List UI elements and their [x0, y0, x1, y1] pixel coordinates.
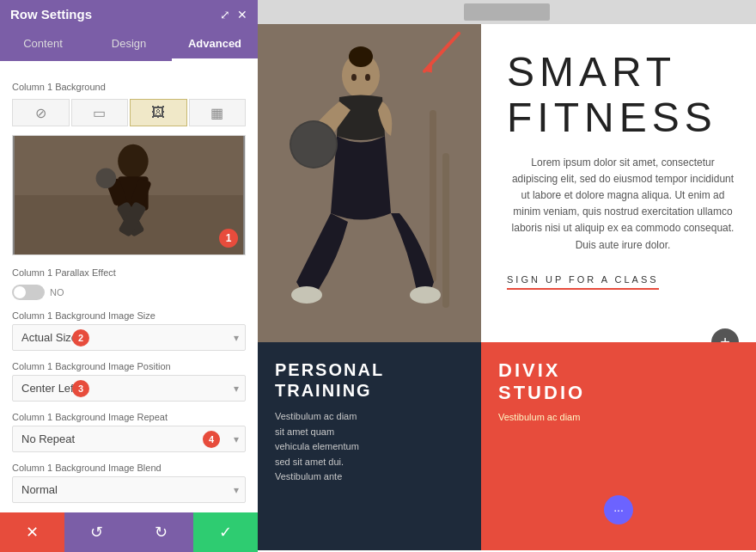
tabs-row: Content Design Advanced [0, 28, 258, 61]
chat-icon: ··· [613, 503, 624, 517]
parallax-track[interactable] [12, 285, 45, 300]
size-field-group: Column 1 Background Image Size Actual Si… [12, 310, 246, 351]
top-section: SMARTFITNESS Lorem ipsum dolor sit amet,… [258, 24, 756, 342]
bg-type-color[interactable]: ▭ [71, 99, 129, 126]
tab-design[interactable]: Design [86, 28, 172, 61]
expand-icon[interactable]: ⤢ [220, 8, 230, 21]
panel-title: Row Settings [10, 7, 92, 21]
panel-header-icons: ⤢ ✕ [220, 8, 247, 21]
repeat-select-wrapper: No Repeat Repeat Repeat X Repeat Y 4 ▾ [12, 426, 246, 452]
undo-button[interactable]: ↺ [64, 512, 129, 552]
size-select-wrapper: Actual Size Cover Contain 2 ▾ [12, 324, 246, 351]
fitness-image-col [258, 24, 481, 342]
redo-icon: ↻ [155, 523, 168, 542]
sign-up-text: SIGN UP FOR A CLASS [507, 274, 659, 290]
smart-fitness-title: SMARTFITNESS [507, 50, 717, 141]
size-label: Column 1 Background Image Size [12, 310, 246, 321]
left-panel: Row Settings ⤢ ✕ Content Design Advanced… [0, 0, 258, 552]
size-select[interactable]: Actual Size Cover Contain [12, 324, 246, 351]
undo-icon: ↺ [90, 523, 103, 542]
top-bar [258, 0, 756, 24]
right-content: SMARTFITNESS Lorem ipsum dolor sit amet,… [258, 24, 756, 550]
parallax-section: Column 1 Parallax Effect NO [12, 267, 246, 300]
divix-col: DIVIXSTUDIO Vestibulum ac diam ··· [481, 342, 756, 550]
save-icon: ✓ [219, 523, 232, 542]
smart-fitness-body: Lorem ipsum dolor sit amet, consectetur … [507, 155, 739, 254]
badge-3: 3 [72, 380, 89, 397]
redo-button[interactable]: ↻ [129, 512, 193, 552]
divix-body: Vestibulum ac diam [498, 412, 739, 422]
bg-type-image[interactable]: 🖼 [130, 99, 187, 126]
personal-training-title: PERSONALTRAINING [275, 359, 464, 401]
svg-line-24 [418, 34, 466, 71]
parallax-toggle[interactable]: NO [12, 285, 246, 300]
smart-fitness-col: SMARTFITNESS Lorem ipsum dolor sit amet,… [481, 24, 756, 342]
panel-content: Column 1 Background ⊘ ▭ 🖼 ▦ [0, 61, 258, 512]
blend-select-wrapper: Normal Multiply Screen Overlay Darken Li… [12, 476, 246, 503]
parallax-label: Column 1 Parallax Effect [12, 267, 246, 278]
cancel-button[interactable]: ✕ [0, 512, 64, 552]
panel-toolbar: ✕ ↺ ↻ ✓ [0, 512, 258, 552]
parallax-toggle-label: NO [50, 287, 64, 297]
save-button[interactable]: ✓ [193, 512, 258, 552]
position-select[interactable]: Center Left Center Right Top Left Top Ce… [12, 375, 246, 402]
position-field-group: Column 1 Background Image Position Cente… [12, 361, 246, 402]
panel-header: Row Settings ⤢ ✕ [0, 0, 258, 28]
svg-rect-9 [15, 136, 243, 255]
column-background-label: Column 1 Background [12, 82, 246, 92]
personal-training-col: PERSONALTRAINING Vestibulum ac diamsit a… [258, 342, 481, 550]
badge-4: 4 [203, 431, 220, 448]
chat-bubble[interactable]: ··· [604, 495, 633, 524]
close-icon[interactable]: ✕ [237, 8, 247, 21]
repeat-label: Column 1 Background Image Repeat [12, 412, 246, 422]
badge-1: 1 [219, 229, 238, 248]
cancel-icon: ✕ [26, 523, 39, 542]
personal-training-body: Vestibulum ac diamsit amet quamvehicula … [275, 409, 464, 485]
position-label: Column 1 Background Image Position [12, 361, 246, 371]
top-bar-image [464, 3, 550, 21]
bg-type-gradient[interactable]: ▦ [189, 99, 247, 126]
tab-content[interactable]: Content [0, 28, 86, 61]
image-preview[interactable]: 1 [12, 135, 246, 255]
blend-field-group: Column 1 Background Image Blend Normal M… [12, 463, 246, 503]
blend-select[interactable]: Normal Multiply Screen Overlay Darken Li… [12, 476, 246, 503]
bottom-section: PERSONALTRAINING Vestibulum ac diamsit a… [258, 342, 756, 550]
repeat-field-group: Column 1 Background Image Repeat No Repe… [12, 412, 246, 452]
right-panel: SMARTFITNESS Lorem ipsum dolor sit amet,… [258, 0, 756, 552]
tab-advanced[interactable]: Advanced [172, 28, 258, 61]
position-select-wrapper: Center Left Center Right Top Left Top Ce… [12, 375, 246, 402]
divix-title: DIVIXSTUDIO [498, 359, 739, 405]
blend-label: Column 1 Background Image Blend [12, 463, 246, 473]
badge-2: 2 [72, 329, 89, 347]
bg-type-none[interactable]: ⊘ [12, 99, 70, 126]
bg-type-row: ⊘ ▭ 🖼 ▦ [12, 99, 246, 126]
toggle-knob [14, 286, 26, 298]
